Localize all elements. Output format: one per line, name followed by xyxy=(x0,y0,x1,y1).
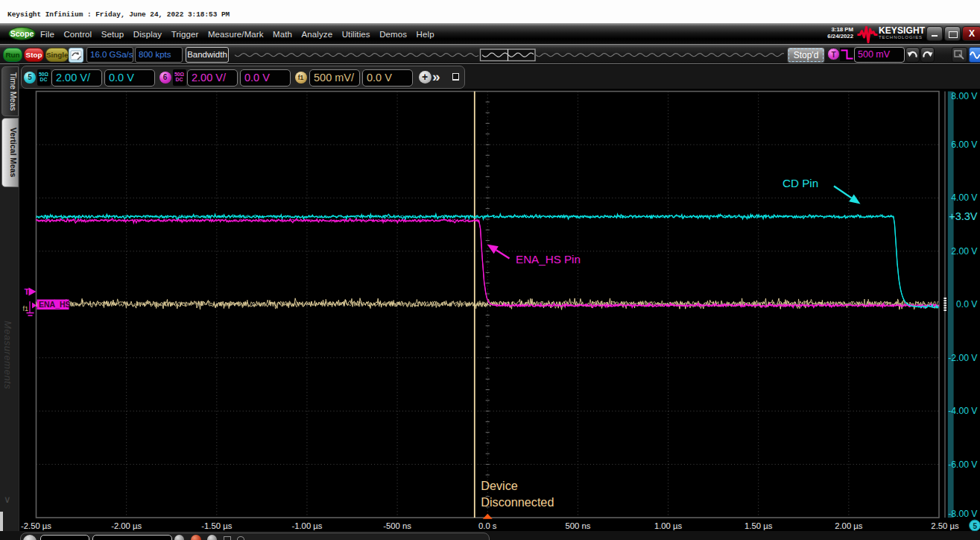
x-axis-label: 500 ns xyxy=(565,521,590,530)
maximize-button[interactable] xyxy=(944,26,961,41)
bottom-button-2[interactable] xyxy=(191,535,201,540)
event-label-line1: Device xyxy=(481,479,517,492)
function-1-badge[interactable]: f1 xyxy=(295,72,307,84)
expand-channels-button[interactable]: » xyxy=(432,68,440,86)
menu-items: FileControlSetupDisplayTriggerMeasure/Ma… xyxy=(40,24,434,44)
display-tool-icon xyxy=(952,48,967,62)
trigger-badge[interactable]: T xyxy=(827,48,840,60)
window-title: Keysight Infiniium : Friday, June 24, 20… xyxy=(7,10,230,19)
y-axis-label: 8.00 V xyxy=(951,91,978,101)
menu-item[interactable]: File xyxy=(40,30,54,39)
function-1-offset-field[interactable]: 0.0 V xyxy=(362,69,413,87)
bottom-icon-1[interactable] xyxy=(224,536,231,540)
y-axis-label: -2.00 V xyxy=(948,353,978,363)
bottom-panel xyxy=(20,533,490,540)
bottom-button-1[interactable] xyxy=(174,535,184,540)
f1-reference-label: f1 xyxy=(23,305,29,313)
waveform-plot: CD PinENA_HS PinDeviceDisconnectedENA_HS… xyxy=(19,89,980,531)
x-axis-label: 2.50 µs xyxy=(931,521,959,530)
keysight-spark-icon xyxy=(857,26,878,43)
x-axis-label: -2.50 µs xyxy=(21,521,51,530)
channel-5-badge[interactable]: 5 xyxy=(24,72,36,84)
y-axis-label: 2.00 V xyxy=(951,246,978,257)
menu-bar: Scope FileControlSetupDisplayTriggerMeas… xyxy=(0,24,980,44)
menu-item[interactable]: Display xyxy=(133,30,162,39)
oscilloscope-app: Keysight Infiniium : Friday, June 24, 20… xyxy=(0,0,980,540)
x-axis-label: 2.00 µs xyxy=(835,521,863,530)
clock: 3:18 PM 6/24/2022 xyxy=(805,27,853,40)
x-axis-label: -1.00 µs xyxy=(291,521,322,530)
channel-5-offset-field[interactable]: 0.0 V xyxy=(104,69,155,87)
redo-icon xyxy=(921,48,934,62)
measurements-watermark: Measurements xyxy=(2,321,13,389)
channel-6-badge[interactable]: 6 xyxy=(159,72,171,84)
channel-6-coupling[interactable]: 50Ω DC xyxy=(173,69,186,86)
channel-6-scale-field[interactable]: 2.00 V/ xyxy=(187,69,238,87)
waveform-tool-icon xyxy=(970,48,980,62)
minimize-button[interactable] xyxy=(926,26,943,41)
channel-5-scale-field[interactable]: 2.00 V/ xyxy=(51,69,102,87)
brand-sub: TECHNOLOGIES xyxy=(879,35,925,40)
waveform-tool-button[interactable] xyxy=(969,47,980,63)
annotation-text-1: ENA_HS Pin xyxy=(516,253,581,266)
dock-icon[interactable] xyxy=(452,73,459,81)
function-1-scale-field[interactable]: 500 mV/ xyxy=(309,69,360,87)
bottom-field-1[interactable] xyxy=(40,535,89,540)
channel-bar: 5 50Ω DC 2.00 V/ 0.0 V 6 50Ω DC 2.00 V/ … xyxy=(0,65,980,89)
menu-item[interactable]: Help xyxy=(417,30,434,39)
bottom-channel-badge[interactable]: 5 xyxy=(970,520,980,531)
bottom-icon-2[interactable] xyxy=(237,536,244,540)
menu-item[interactable]: Setup xyxy=(101,30,124,39)
bottom-field-2[interactable] xyxy=(92,535,172,540)
x-axis-label: 0.0 s xyxy=(478,521,497,530)
trigger-level-letter: T xyxy=(25,287,30,296)
x-axis-label: -2.00 µs xyxy=(111,521,142,530)
bottom-bar xyxy=(0,531,980,540)
tab-time-meas[interactable]: Time Meas xyxy=(1,66,19,116)
display-tool-button[interactable] xyxy=(952,47,967,63)
close-button[interactable]: X xyxy=(962,26,980,41)
undo-button[interactable] xyxy=(905,47,920,63)
channel-6-offset-field[interactable]: 0.0 V xyxy=(240,69,291,87)
event-label-line2: Disconnected xyxy=(481,495,554,509)
x-axis-label: -1.50 µs xyxy=(201,521,232,530)
menu-item[interactable]: Control xyxy=(63,30,92,39)
scope-menu-button[interactable]: Scope xyxy=(8,27,36,40)
brand-name: KEYSIGHT xyxy=(879,26,925,35)
sidebar-chevron-icon: ∨ xyxy=(4,494,11,505)
coupling-mode: DC xyxy=(37,77,51,82)
toolbar: Run Stop Single 16.0 GSa/s 800 kpts Band… xyxy=(0,44,980,64)
y-axis-label: +3.3V xyxy=(949,210,978,222)
x-axis-label: 1.00 µs xyxy=(654,521,683,530)
menu-item[interactable]: Trigger xyxy=(171,30,199,39)
menu-item[interactable]: Measure/Mark xyxy=(208,30,264,39)
channel-5-scale-strip xyxy=(948,92,954,518)
y-axis-label: -8.00 V xyxy=(948,509,978,519)
trace-name-text: ENA_HS xyxy=(39,300,71,309)
y-axis-label: 6.00 V xyxy=(951,139,978,150)
trigger-slope-icon[interactable] xyxy=(840,48,854,61)
annotation-text-0: CD Pin xyxy=(783,177,818,189)
add-channel-button[interactable]: + xyxy=(419,71,431,84)
badge-number: 5 xyxy=(973,522,978,530)
tab-vertical-meas[interactable]: Vertical Meas xyxy=(1,118,19,187)
menu-item[interactable]: Utilities xyxy=(342,30,370,39)
menu-item[interactable]: Analyze xyxy=(302,30,333,39)
x-axis-label: -500 ns xyxy=(383,521,411,530)
y-axis-label: 4.00 V xyxy=(951,192,978,203)
trigger-level-field[interactable]: 500 mV xyxy=(854,47,905,63)
menu-item[interactable]: Math xyxy=(273,30,292,39)
channel-5-coupling[interactable]: 50Ω DC xyxy=(37,69,51,86)
channel-panel: 5 50Ω DC 2.00 V/ 0.0 V 6 50Ω DC 2.00 V/ … xyxy=(21,66,465,89)
coupling-impedance: 50Ω xyxy=(173,72,186,77)
x-axis-label: 1.50 µs xyxy=(745,521,773,530)
redo-button[interactable] xyxy=(920,47,935,63)
y-axis-label: -4.00 V xyxy=(948,406,978,416)
coupling-impedance: 50Ω xyxy=(37,72,51,77)
bottom-button-3[interactable] xyxy=(207,535,217,540)
left-sidebar: Time Meas Vertical Meas Measurements ∨ xyxy=(0,64,19,540)
menu-item[interactable]: Demos xyxy=(379,30,407,39)
acquisition-status-button[interactable]: Stop'd xyxy=(787,47,825,63)
title-bar: Keysight Infiniium : Friday, June 24, 20… xyxy=(0,0,980,24)
brand: KEYSIGHT TECHNOLOGIES xyxy=(879,26,925,40)
